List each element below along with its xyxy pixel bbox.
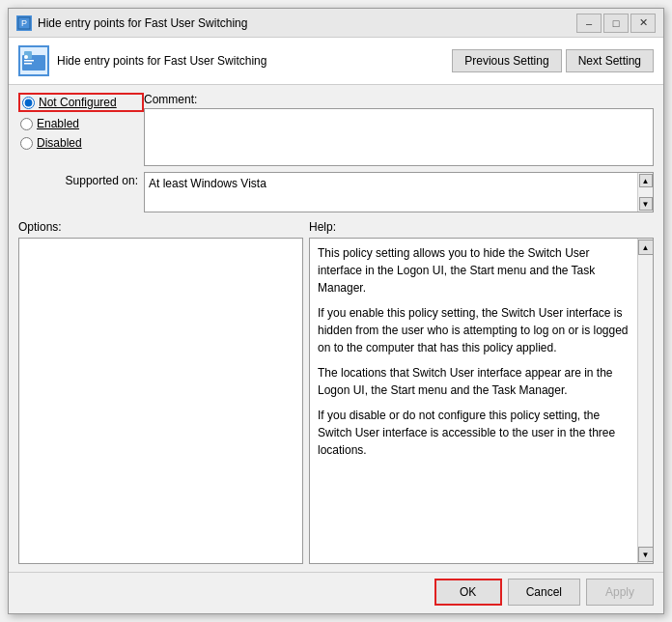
- not-configured-label: Not Configured: [39, 96, 117, 109]
- ok-button[interactable]: OK: [434, 579, 502, 606]
- enabled-label: Enabled: [37, 117, 79, 130]
- not-configured-radio[interactable]: [22, 97, 35, 109]
- window-icon: P: [16, 15, 32, 31]
- help-scroll-up[interactable]: ▲: [638, 240, 654, 255]
- enabled-option[interactable]: Enabled: [18, 116, 144, 131]
- supported-value: At least Windows Vista: [149, 175, 649, 192]
- comment-column: Comment:: [144, 93, 654, 166]
- header-section: Hide entry points for Fast User Switchin…: [9, 38, 663, 85]
- svg-text:P: P: [21, 18, 27, 28]
- window-title: Hide entry points for Fast User Switchin…: [38, 16, 576, 30]
- minimize-button[interactable]: –: [576, 14, 602, 33]
- header-title: Hide entry points for Fast User Switchin…: [57, 54, 266, 68]
- scroll-up-arrow[interactable]: ▲: [639, 174, 653, 187]
- title-bar: P Hide entry points for Fast User Switch…: [9, 9, 663, 38]
- options-panel: [18, 238, 303, 564]
- apply-button[interactable]: Apply: [586, 579, 654, 606]
- main-panels: This policy setting allows you to hide t…: [18, 238, 654, 564]
- radio-comment-row: Not Configured Enabled Disabled Comment:: [18, 93, 654, 166]
- help-text-p3: The locations that Switch User interface…: [318, 364, 630, 399]
- maximize-button[interactable]: □: [603, 14, 629, 33]
- supported-scrollbar: ▲ ▼: [637, 173, 653, 212]
- options-label: Options:: [18, 220, 303, 234]
- content-area: Not Configured Enabled Disabled Comment:…: [9, 85, 663, 572]
- help-text-p1: This policy setting allows you to hide t…: [318, 244, 630, 297]
- comment-textarea[interactable]: [144, 108, 654, 166]
- help-text-p4: If you disable or do not configure this …: [318, 407, 630, 459]
- svg-point-5: [24, 55, 28, 59]
- header-buttons: Previous Setting Next Setting: [452, 49, 654, 72]
- not-configured-option[interactable]: Not Configured: [18, 93, 144, 112]
- disabled-option[interactable]: Disabled: [18, 135, 144, 151]
- scroll-down-arrow[interactable]: ▼: [639, 197, 653, 211]
- next-setting-button[interactable]: Next Setting: [566, 49, 654, 72]
- supported-row: Supported on: At least Windows Vista ▲ ▼: [18, 172, 654, 212]
- options-help-labels: Options: Help:: [18, 220, 654, 236]
- help-text-p2: If you enable this policy setting, the S…: [318, 304, 630, 356]
- header-left: Hide entry points for Fast User Switchin…: [18, 45, 266, 76]
- comment-label: Comment:: [144, 93, 654, 106]
- disabled-label: Disabled: [37, 136, 82, 150]
- header-icon: [18, 45, 49, 76]
- main-window: P Hide entry points for Fast User Switch…: [8, 8, 664, 614]
- help-panel-wrapper: This policy setting allows you to hide t…: [309, 238, 654, 564]
- supported-dropdown: At least Windows Vista ▲ ▼: [144, 172, 654, 212]
- disabled-radio[interactable]: [20, 137, 33, 150]
- radio-column: Not Configured Enabled Disabled: [18, 93, 144, 166]
- help-scrollbar: ▲ ▼: [637, 239, 653, 563]
- svg-rect-7: [24, 63, 32, 65]
- help-scroll-down[interactable]: ▼: [638, 547, 654, 562]
- previous-setting-button[interactable]: Previous Setting: [452, 49, 561, 72]
- close-button[interactable]: ✕: [630, 14, 656, 33]
- help-panel: This policy setting allows you to hide t…: [310, 239, 637, 563]
- supported-label: Supported on:: [18, 172, 144, 187]
- help-label: Help:: [309, 220, 336, 234]
- bottom-buttons: OK Cancel Apply: [9, 572, 663, 613]
- title-bar-buttons: – □ ✕: [576, 14, 656, 33]
- enabled-radio[interactable]: [20, 118, 33, 130]
- svg-rect-6: [24, 60, 34, 62]
- cancel-button[interactable]: Cancel: [508, 579, 580, 606]
